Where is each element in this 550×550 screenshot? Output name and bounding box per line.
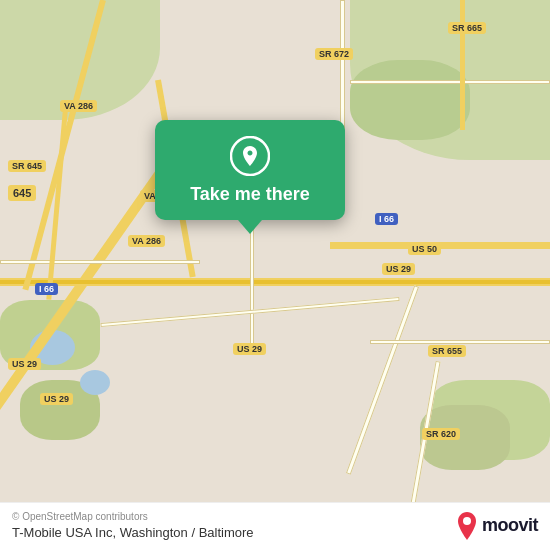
- label-us29-right: US 29: [382, 263, 415, 275]
- label-sr665: SR 665: [448, 22, 486, 34]
- location-title: T-Mobile USA Inc, Washington / Baltimore: [12, 525, 254, 540]
- bottom-left-info: © OpenStreetMap contributors T-Mobile US…: [12, 511, 254, 540]
- label-sr655: SR 655: [428, 345, 466, 357]
- road-i66-bg: [0, 280, 550, 284]
- label-us50: US 50: [408, 243, 441, 255]
- label-us29-mid: US 29: [233, 343, 266, 355]
- moovit-pin-icon: [456, 512, 478, 540]
- svg-point-1: [463, 517, 471, 525]
- green-area-3: [350, 60, 470, 140]
- label-va286-3: VA 286: [128, 235, 165, 247]
- location-pin-icon: [230, 136, 270, 176]
- label-sr620: SR 620: [422, 428, 460, 440]
- water-area-2: [80, 370, 110, 395]
- road-small-7: [350, 80, 550, 84]
- road-small-5: [370, 340, 550, 344]
- label-us29-left: US 29: [8, 358, 41, 370]
- road-small-1: [0, 260, 200, 264]
- bottom-bar: © OpenStreetMap contributors T-Mobile US…: [0, 502, 550, 550]
- label-i66-right: I 66: [375, 213, 398, 225]
- map-container: VA 286 VA 286 VA 286 SR 645 645 SR 672 S…: [0, 0, 550, 550]
- road-small-8: [460, 0, 465, 130]
- moovit-logo: moovit: [456, 512, 538, 540]
- moovit-text: moovit: [482, 515, 538, 536]
- copyright-text: © OpenStreetMap contributors: [12, 511, 254, 522]
- label-us29-bottom: US 29: [40, 393, 73, 405]
- popup-card[interactable]: Take me there: [155, 120, 345, 220]
- label-i66-left: I 66: [35, 283, 58, 295]
- popup-label: Take me there: [190, 184, 310, 206]
- label-sr672: SR 672: [315, 48, 353, 60]
- label-sr645: SR 645: [8, 160, 46, 172]
- label-va286-1: VA 286: [60, 100, 97, 112]
- label-645: 645: [8, 185, 36, 201]
